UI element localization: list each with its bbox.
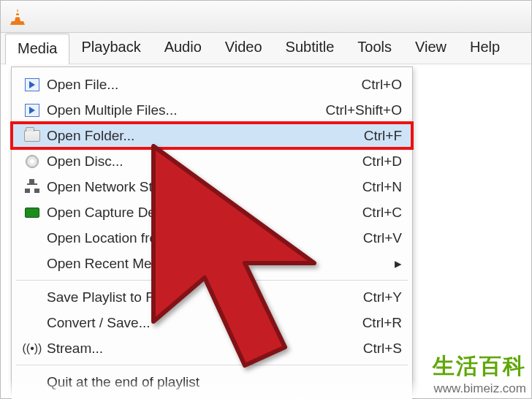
menuitem-open-network[interactable]: Open Network Stream... Ctrl+N bbox=[12, 174, 412, 200]
menuitem-convert-save[interactable]: Convert / Save... Ctrl+R bbox=[12, 310, 412, 335]
menuitem-open-multiple[interactable]: Open Multiple Files... Ctrl+Shift+O bbox=[12, 97, 412, 123]
menuitem-open-file[interactable]: Open File... Ctrl+O bbox=[12, 72, 412, 97]
media-dropdown: Open File... Ctrl+O Open Multiple Files.… bbox=[11, 66, 413, 399]
svg-rect-2 bbox=[15, 15, 20, 17]
menuitem-stream[interactable]: ((•)) Stream... Ctrl+S bbox=[12, 335, 412, 361]
menuitem-shortcut: Ctrl+V bbox=[363, 230, 402, 246]
capture-icon bbox=[25, 208, 39, 218]
network-icon bbox=[25, 181, 39, 193]
fade-overlay bbox=[1, 379, 531, 398]
menuitem-shortcut: Ctrl+O bbox=[362, 77, 402, 93]
menuitem-label: Convert / Save... bbox=[47, 315, 362, 331]
menuitem-label: Open Location from clipboard bbox=[47, 230, 363, 246]
stream-icon: ((•)) bbox=[23, 342, 42, 355]
menuitem-open-capture[interactable]: Open Capture Device... Ctrl+C bbox=[12, 200, 412, 225]
vlc-cone-icon bbox=[8, 7, 27, 26]
menuitem-save-playlist[interactable]: Save Playlist to File... Ctrl+Y bbox=[12, 284, 412, 310]
menu-separator bbox=[16, 365, 408, 365]
menu-tools[interactable]: Tools bbox=[346, 33, 403, 64]
menuitem-open-recent[interactable]: Open Recent Media ▸ bbox=[12, 251, 412, 276]
menuitem-label: Open Recent Media bbox=[47, 256, 395, 272]
menuitem-label: Open Multiple Files... bbox=[47, 102, 325, 118]
menu-separator bbox=[16, 280, 408, 281]
menuitem-shortcut: Ctrl+F bbox=[364, 128, 402, 144]
menuitem-open-folder[interactable]: Open Folder... Ctrl+F bbox=[12, 123, 412, 148]
menu-view[interactable]: View bbox=[403, 33, 458, 64]
menu-audio[interactable]: Audio bbox=[153, 33, 213, 64]
menuitem-shortcut: Ctrl+R bbox=[362, 315, 402, 331]
menuitem-label: Open Capture Device... bbox=[47, 205, 362, 221]
menuitem-shortcut: Ctrl+D bbox=[362, 153, 402, 170]
svg-marker-3 bbox=[10, 21, 25, 25]
menu-playback[interactable]: Playback bbox=[69, 33, 152, 64]
menuitem-open-disc[interactable]: Open Disc... Ctrl+D bbox=[12, 148, 412, 174]
play-file-icon bbox=[25, 78, 39, 91]
chevron-right-icon: ▸ bbox=[395, 255, 402, 272]
menuitem-label: Open Folder... bbox=[47, 128, 364, 144]
menuitem-shortcut: Ctrl+Shift+O bbox=[325, 102, 402, 118]
menubar: Media Playback Audio Video Subtitle Tool… bbox=[1, 33, 531, 64]
titlebar bbox=[1, 1, 531, 33]
menuitem-shortcut: Ctrl+C bbox=[362, 205, 402, 221]
menuitem-label: Stream... bbox=[47, 341, 363, 357]
menuitem-open-clipboard[interactable]: Open Location from clipboard Ctrl+V bbox=[12, 225, 412, 251]
menuitem-shortcut: Ctrl+Y bbox=[363, 289, 402, 305]
menuitem-label: Save Playlist to File... bbox=[47, 289, 363, 305]
svg-rect-1 bbox=[16, 12, 20, 13]
app-window: Media Playback Audio Video Subtitle Tool… bbox=[0, 0, 532, 399]
menu-video[interactable]: Video bbox=[213, 33, 274, 64]
menu-help[interactable]: Help bbox=[458, 33, 512, 64]
menuitem-label: Open File... bbox=[47, 77, 362, 93]
play-file-icon bbox=[25, 104, 39, 117]
menu-subtitle[interactable]: Subtitle bbox=[274, 33, 346, 64]
menuitem-shortcut: Ctrl+N bbox=[362, 179, 402, 195]
menuitem-label: Open Network Stream... bbox=[47, 179, 362, 195]
disc-icon bbox=[26, 155, 39, 168]
menu-media[interactable]: Media bbox=[5, 34, 69, 64]
menuitem-label: Open Disc... bbox=[47, 153, 362, 170]
svg-marker-0 bbox=[15, 9, 20, 21]
folder-icon bbox=[24, 130, 40, 142]
menuitem-shortcut: Ctrl+S bbox=[363, 341, 402, 357]
